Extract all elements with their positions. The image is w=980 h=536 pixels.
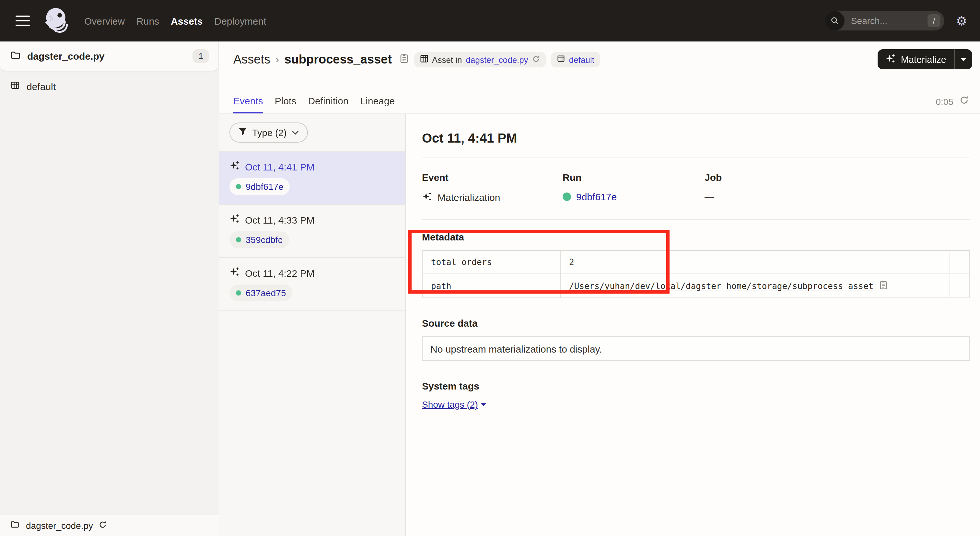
metadata-value-cell: /Users/yuhan/dev/local/dagster_home/stor… [561, 274, 950, 297]
run-status-dot [563, 192, 571, 201]
sidebar-footer-label: dagster_code.py [26, 520, 93, 531]
folder-icon [10, 520, 19, 531]
event-detail-title: Oct 11, 4:41 PM [422, 131, 970, 146]
copy-path-icon[interactable] [878, 280, 888, 292]
job-value: — [705, 191, 714, 202]
system-tags-heading: System tags [422, 380, 970, 391]
sidebar-item-group-default[interactable]: default [0, 71, 219, 101]
tab-events[interactable]: Events [233, 95, 263, 113]
top-nav-right: / ⚙ [825, 11, 980, 30]
search-bar[interactable]: / [825, 11, 944, 30]
search-shortcut-badge: / [928, 14, 940, 27]
tab-lineage[interactable]: Lineage [360, 95, 395, 113]
run-id-badge[interactable]: 637aed75 [229, 285, 293, 301]
dagster-asset-page: Overview Runs Assets Deployment / ⚙ [0, 0, 980, 536]
events-filter-row: Type (2) [219, 114, 405, 152]
materialize-button[interactable]: Materialize [878, 49, 954, 69]
event-timestamp: Oct 11, 4:41 PM [245, 161, 315, 172]
event-timestamp: Oct 11, 4:33 PM [245, 214, 315, 225]
refresh-countdown-value: 0:05 [936, 96, 954, 107]
code-location-link[interactable]: dagster_code.py [466, 55, 528, 65]
run-id-badge[interactable]: 359cdbfc [229, 231, 289, 248]
job-column: Job — [705, 172, 845, 204]
sidebar-item-label: dagster_code.py [27, 51, 104, 62]
asset-count-badge: 1 [192, 49, 209, 63]
path-link[interactable]: /Users/yuhan/dev/local/dagster_home/stor… [569, 281, 873, 291]
nav-link-assets[interactable]: Assets [171, 15, 202, 26]
event-list-item[interactable]: Oct 11, 4:33 PM 359cdbfc [219, 205, 405, 258]
nav-link-overview[interactable]: Overview [84, 15, 125, 26]
page-title: subprocess_asset [284, 52, 392, 67]
event-type-value: Materialization [438, 192, 500, 203]
filter-funnel-icon [239, 127, 247, 138]
run-status-dot [236, 237, 241, 242]
sidebar-footer-code-location[interactable]: dagster_code.py [0, 515, 219, 536]
asset-grid-icon [420, 54, 428, 65]
nav-link-deployment[interactable]: Deployment [215, 15, 266, 26]
breadcrumb-assets-link[interactable]: Assets [233, 52, 270, 67]
run-status-dot [236, 290, 241, 296]
sidebar-item-code-location[interactable]: dagster_code.py 1 [0, 41, 219, 71]
dagster-logo[interactable] [43, 6, 70, 36]
events-list: Type (2) [219, 114, 406, 536]
tab-definition[interactable]: Definition [308, 95, 348, 113]
refresh-icon[interactable] [959, 95, 969, 108]
gear-icon[interactable]: ⚙ [956, 14, 967, 27]
show-tags-toggle[interactable]: Show tags (2) [422, 399, 487, 410]
divider [422, 157, 970, 157]
metadata-key-cell: path [423, 274, 561, 297]
asset-badge-prefix: Asset in [432, 55, 462, 65]
hamburger-menu-icon[interactable] [16, 16, 30, 26]
run-id-link[interactable]: 9dbf617e [576, 191, 617, 202]
metadata-spacer-cell [950, 274, 969, 297]
breadcrumb: Assets › subprocess_asset [219, 41, 980, 67]
sidebar-item-label: default [27, 81, 56, 92]
reload-icon[interactable] [98, 520, 107, 531]
materialization-sparkle-icon [422, 191, 432, 204]
materialize-dropdown-button[interactable] [955, 49, 972, 69]
source-data-heading: Source data [422, 318, 970, 329]
event-detail-panel: Oct 11, 4:41 PM Event [406, 114, 980, 536]
event-column-label: Event [422, 172, 563, 183]
top-nav: Overview Runs Assets Deployment / ⚙ [0, 0, 980, 41]
asset-group-icon [10, 80, 20, 92]
reload-location-icon[interactable] [532, 55, 540, 65]
breadcrumb-separator: › [275, 53, 279, 66]
nav-link-runs[interactable]: Runs [137, 15, 159, 26]
group-grid-icon [557, 54, 565, 65]
metadata-key-cell: total_orders [423, 251, 561, 274]
run-column-label: Run [563, 172, 705, 183]
materialize-split-button: Materialize [878, 49, 972, 69]
refresh-countdown: 0:05 [936, 95, 969, 108]
main-area: Assets › subprocess_asset [219, 41, 980, 536]
run-id-link[interactable]: 637aed75 [246, 288, 286, 298]
metadata-spacer-cell [950, 251, 969, 274]
copy-asset-name-icon[interactable] [399, 53, 409, 66]
event-timestamp: Oct 11, 4:22 PM [245, 267, 315, 278]
run-status-dot [236, 184, 241, 189]
metadata-value-cell: 2 [561, 251, 950, 274]
event-summary-columns: Event Materialization [422, 172, 970, 204]
asset-location-badge: Asset in dagster_code.py [414, 52, 546, 67]
run-id-link[interactable]: 9dbf617e [246, 181, 283, 192]
type-filter-button[interactable]: Type (2) [229, 122, 308, 143]
sparkle-icon [885, 53, 896, 66]
search-input[interactable] [850, 15, 915, 27]
run-id-link[interactable]: 359cdbfc [246, 235, 283, 245]
event-list-item[interactable]: Oct 11, 4:22 PM 637aed75 [219, 258, 405, 311]
run-id-badge[interactable]: 9dbf617e [229, 178, 290, 195]
asset-tabs: Events Plots Definition Lineage [233, 95, 395, 113]
asset-header: Assets › subprocess_asset [219, 41, 980, 114]
job-column-label: Job [705, 172, 845, 183]
materialization-sparkle-icon [229, 266, 240, 279]
tab-plots[interactable]: Plots [275, 95, 296, 113]
divider [422, 219, 970, 220]
metadata-table: total_orders 2 path /Users/yuhan/dev/loc… [422, 250, 970, 298]
search-icon [825, 11, 845, 30]
sidebar: dagster_code.py 1 default dagster_code.p… [0, 41, 219, 536]
source-data-empty-box: No upstream materializations to display. [422, 336, 970, 361]
materialization-sparkle-icon [229, 213, 240, 226]
materialize-label: Materialize [901, 54, 946, 65]
event-list-item[interactable]: Oct 11, 4:41 PM 9dbf617e [219, 152, 405, 205]
group-default-link[interactable]: default [569, 55, 594, 65]
